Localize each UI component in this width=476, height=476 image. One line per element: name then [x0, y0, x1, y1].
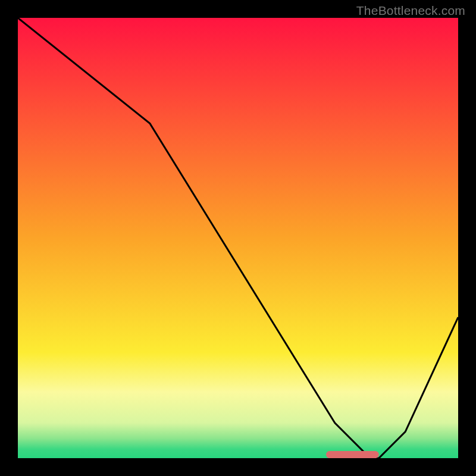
optimal-range-marker — [326, 451, 379, 458]
plot-area — [18, 18, 458, 458]
chart-frame: TheBottleneck.com — [0, 0, 476, 476]
gradient-background — [18, 18, 458, 458]
watermark-text: TheBottleneck.com — [356, 4, 465, 18]
bottleneck-curve-chart — [18, 18, 458, 458]
